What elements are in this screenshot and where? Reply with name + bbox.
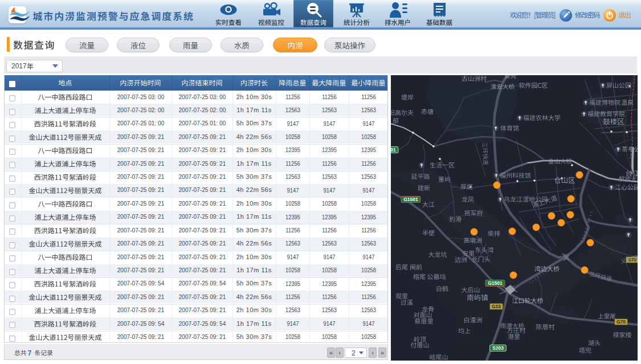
svg-text:G15: G15 [492,304,501,309]
svg-text:S203: S203 [492,345,504,351]
svg-text:G1501: G1501 [403,197,418,202]
svg-text:G1501: G1501 [488,280,503,286]
svg-text:01: 01 [391,147,396,153]
svg-text:G70: G70 [616,319,626,325]
